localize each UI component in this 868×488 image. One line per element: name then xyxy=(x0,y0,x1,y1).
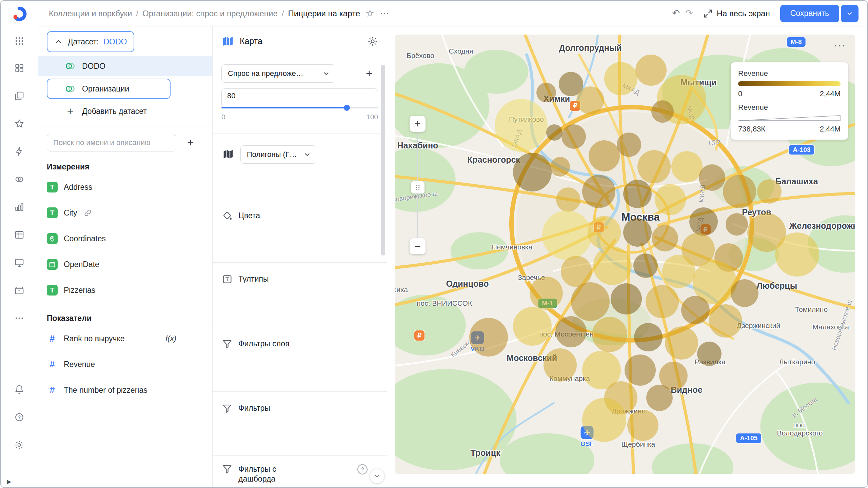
measure-rank[interactable]: # Rank по выручке f(x) xyxy=(38,326,212,351)
layer-select[interactable]: Спрос на предложе… xyxy=(221,64,335,83)
section-dashboard-filters[interactable]: Фильтры с дашборда ? xyxy=(213,456,387,487)
collections-icon[interactable] xyxy=(13,62,26,75)
revenue-bubble[interactable] xyxy=(469,318,508,357)
revenue-bubble[interactable] xyxy=(617,133,641,157)
revenue-bubble[interactable] xyxy=(623,218,652,247)
editor-table-icon[interactable] xyxy=(13,228,26,241)
quick-actions-l ightning-icon[interactable] xyxy=(13,145,26,158)
revenue-bubble[interactable] xyxy=(588,216,621,249)
charts-icon[interactable] xyxy=(13,201,26,214)
revenue-bubble[interactable] xyxy=(723,175,756,208)
revenue-bubble[interactable] xyxy=(513,153,552,191)
revenue-bubble[interactable] xyxy=(662,255,695,288)
undo-icon[interactable]: ↶ xyxy=(672,9,680,18)
revenue-bubble[interactable] xyxy=(637,150,671,183)
field-pizzerias[interactable]: T Pizzerias xyxy=(38,277,212,303)
revenue-bubble[interactable] xyxy=(592,317,627,352)
revenue-bubble[interactable] xyxy=(546,124,563,141)
fullscreen-button[interactable]: На весь экран xyxy=(703,9,770,18)
revenue-bubble[interactable] xyxy=(681,296,710,324)
breadcrumb-workbook[interactable]: Организации: спрос и предложение xyxy=(142,9,278,18)
slider-knob[interactable] xyxy=(344,105,350,111)
dashboards-icon[interactable] xyxy=(13,256,26,269)
storage-icon[interactable] xyxy=(13,284,26,297)
revenue-bubble[interactable] xyxy=(550,157,570,177)
revenue-bubble[interactable] xyxy=(689,207,718,236)
revenue-bubble[interactable] xyxy=(775,232,819,277)
apps-grid-icon[interactable] xyxy=(13,35,26,47)
revenue-bubble[interactable] xyxy=(635,55,667,86)
zoom-in-button[interactable]: + xyxy=(410,116,426,132)
revenue-bubble[interactable] xyxy=(652,225,678,251)
expand-sidebar-icon[interactable]: ▶ xyxy=(7,478,11,485)
revenue-bubble[interactable] xyxy=(623,180,652,208)
dataset-item-organizations[interactable]: Организации xyxy=(47,79,171,99)
revenue-bubble[interactable] xyxy=(611,283,642,314)
revenue-bubble[interactable] xyxy=(646,385,673,411)
zoom-drag-handle[interactable] xyxy=(411,181,425,194)
redo-icon[interactable]: ↷ xyxy=(685,9,693,18)
section-colors[interactable]: Цвета xyxy=(213,199,387,263)
measure-revenue[interactable]: # Revenue xyxy=(38,351,212,377)
revenue-bubble[interactable] xyxy=(576,86,604,114)
dataset-selector[interactable]: Датасет: DODO xyxy=(47,31,134,52)
revenue-bubble[interactable] xyxy=(555,316,587,347)
settings-gear-icon[interactable] xyxy=(13,439,26,451)
revenue-bubble[interactable] xyxy=(593,246,632,285)
revenue-bubble[interactable] xyxy=(709,304,742,338)
revenue-bubble[interactable] xyxy=(665,326,698,360)
field-coordinates[interactable]: Coordinates xyxy=(38,226,212,251)
revenue-bubble[interactable] xyxy=(633,253,658,278)
dataset-item-dodo[interactable]: DODO xyxy=(38,56,212,76)
revenue-bubble[interactable] xyxy=(634,323,663,351)
revenue-bubble[interactable] xyxy=(582,175,615,208)
field-opendate[interactable]: OpenDate xyxy=(38,251,212,277)
add-field-button[interactable]: + xyxy=(182,134,199,151)
favorites-star-icon[interactable] xyxy=(13,117,26,130)
revenue-bubble[interactable] xyxy=(495,99,548,152)
revenue-bubble[interactable] xyxy=(556,187,580,212)
revenue-bubble[interactable] xyxy=(513,307,552,346)
revenue-bubble[interactable] xyxy=(646,285,679,318)
section-filters[interactable]: Фильтры xyxy=(213,392,387,456)
revenue-bubble[interactable] xyxy=(671,151,703,182)
layer-opacity-slider[interactable]: 80 xyxy=(221,88,378,108)
revenue-bubble[interactable] xyxy=(561,124,586,149)
datalens-logo-icon[interactable] xyxy=(12,6,27,22)
favorite-star-icon[interactable]: ☆ xyxy=(366,8,374,18)
section-layer-filters[interactable]: Фильтры слоя xyxy=(213,327,387,392)
search-input[interactable] xyxy=(47,134,176,151)
revenue-bubble[interactable] xyxy=(530,277,563,310)
chart-settings-gear-icon[interactable] xyxy=(367,36,378,47)
revenue-bubble[interactable] xyxy=(571,282,610,321)
revenue-bubble[interactable] xyxy=(589,140,620,171)
revenue-bubble[interactable] xyxy=(699,164,725,191)
scroll-down-icon[interactable] xyxy=(370,469,384,483)
help-circle-icon[interactable]: ? xyxy=(356,463,369,475)
map-canvas[interactable]: СходняБрёховоДолгопрудныйМытищиХимкиПути… xyxy=(395,35,855,474)
revenue-bubble[interactable] xyxy=(582,398,626,442)
breadcrumb-collections[interactable]: Коллекции и воркбуки xyxy=(49,9,132,18)
zoom-out-button[interactable]: − xyxy=(410,238,426,254)
revenue-bubble[interactable] xyxy=(655,184,686,215)
field-address[interactable]: T Address xyxy=(38,174,212,200)
save-button[interactable]: Сохранить xyxy=(780,5,839,22)
revenue-bubble[interactable] xyxy=(651,100,674,123)
save-options-chevron-icon[interactable] xyxy=(841,5,859,22)
measure-number-of-pizzerias[interactable]: # The number of pizzerias xyxy=(38,377,212,403)
config-scrollbar[interactable] xyxy=(381,65,385,256)
slider-track[interactable] xyxy=(221,107,378,108)
workbooks-icon[interactable] xyxy=(13,89,26,102)
revenue-bubble[interactable] xyxy=(697,342,722,366)
revenue-bubble[interactable] xyxy=(731,279,758,307)
revenue-bubble[interactable] xyxy=(542,210,592,260)
map-more-icon[interactable]: ⋯ xyxy=(833,39,846,52)
revenue-bubble[interactable] xyxy=(604,62,637,95)
add-dataset-button[interactable]: + Добавить датасет xyxy=(38,101,212,121)
revenue-bubble[interactable] xyxy=(544,348,577,382)
field-city[interactable]: T City xyxy=(38,200,212,226)
revenue-bubble[interactable] xyxy=(726,213,748,236)
more-services-icon[interactable] xyxy=(13,312,26,325)
notifications-bell-icon[interactable] xyxy=(13,383,26,396)
revenue-bubble[interactable] xyxy=(536,83,556,102)
